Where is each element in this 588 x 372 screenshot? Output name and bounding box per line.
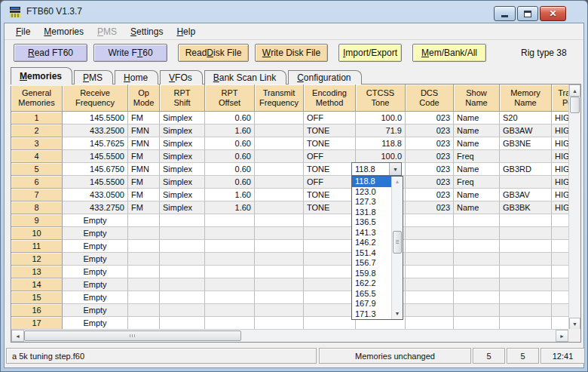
row-number[interactable]: 7 bbox=[11, 189, 63, 201]
grid-cell[interactable]: 100.0 bbox=[356, 112, 406, 125]
grid-cell[interactable] bbox=[205, 266, 255, 278]
grid-cell[interactable]: 1.60 bbox=[205, 201, 255, 214]
grid-cell[interactable]: GB3AW bbox=[500, 125, 552, 137]
grid-cell[interactable] bbox=[255, 150, 304, 163]
grid-cell[interactable]: HIGH bbox=[552, 163, 568, 176]
row-number[interactable]: 6 bbox=[11, 176, 63, 189]
dropdown-item[interactable]: 167.9 bbox=[352, 299, 391, 309]
mem-bank-all-button[interactable]: Mem/Bank/All bbox=[412, 44, 486, 62]
grid-cell[interactable] bbox=[160, 278, 205, 291]
grid-cell[interactable]: TONE bbox=[304, 125, 356, 137]
tab-pms[interactable]: PMS bbox=[74, 70, 113, 85]
dropdown-scrollbar[interactable]: ▲ ▼ bbox=[391, 177, 403, 319]
grid-cell[interactable] bbox=[500, 278, 552, 291]
read-disk-file-button[interactable]: Read Disk File bbox=[178, 44, 249, 62]
grid-cell[interactable] bbox=[552, 278, 568, 291]
grid-cell[interactable] bbox=[406, 253, 454, 266]
scroll-left-icon[interactable]: ◄ bbox=[11, 330, 24, 342]
grid-cell[interactable] bbox=[552, 214, 568, 227]
grid-cell[interactable] bbox=[160, 227, 205, 240]
grid-cell[interactable] bbox=[160, 214, 205, 227]
grid-cell[interactable]: 100.0 bbox=[356, 150, 406, 163]
dropdown-item[interactable]: 131.8 bbox=[352, 208, 391, 218]
tab-home[interactable]: Home bbox=[115, 70, 158, 85]
grid-cell[interactable]: Empty bbox=[63, 278, 128, 291]
grid-cell[interactable]: 023 bbox=[406, 137, 454, 150]
grid-cell[interactable]: HIGH bbox=[552, 189, 568, 201]
grid-cell[interactable] bbox=[304, 291, 356, 304]
grid-cell[interactable]: S20 bbox=[500, 112, 552, 125]
dropdown-item[interactable]: 146.2 bbox=[352, 238, 391, 248]
grid-cell[interactable] bbox=[552, 304, 568, 317]
grid-cell[interactable]: 145.5500 bbox=[63, 150, 128, 163]
dropdown-item[interactable]: 127.3 bbox=[352, 197, 391, 208]
grid-cell[interactable]: 023 bbox=[406, 112, 454, 125]
vertical-scrollbar-thumb[interactable] bbox=[570, 97, 580, 113]
grid-cell[interactable]: OFF bbox=[304, 150, 356, 163]
grid-cell[interactable]: Simplex bbox=[160, 163, 205, 176]
grid-cell[interactable] bbox=[406, 266, 454, 278]
grid-cell[interactable] bbox=[304, 317, 356, 330]
grid-cell[interactable]: Name bbox=[454, 137, 500, 150]
grid-cell[interactable]: 0.60 bbox=[205, 176, 255, 189]
menu-file[interactable]: File bbox=[9, 25, 37, 38]
grid-cell[interactable]: Name bbox=[454, 189, 500, 201]
grid-cell[interactable] bbox=[304, 278, 356, 291]
row-number[interactable]: 2 bbox=[11, 125, 63, 137]
grid-cell[interactable] bbox=[304, 266, 356, 278]
grid-cell[interactable]: HIGH bbox=[552, 176, 568, 189]
row-number[interactable]: 9 bbox=[11, 214, 63, 227]
grid-cell[interactable]: 433.2500 bbox=[63, 125, 128, 137]
dropdown-item[interactable]: 123.0 bbox=[352, 187, 391, 198]
grid-cell[interactable]: Simplex bbox=[160, 201, 205, 214]
grid-cell[interactable]: HIGH bbox=[552, 137, 568, 150]
grid-cell[interactable]: GB3AV bbox=[500, 189, 552, 201]
grid-cell[interactable] bbox=[255, 189, 304, 201]
grid-cell[interactable]: 145.5500 bbox=[63, 176, 128, 189]
dropdown-item[interactable]: 171.3 bbox=[352, 309, 391, 320]
menu-memories[interactable]: Memories bbox=[37, 25, 90, 38]
grid-cell[interactable] bbox=[160, 317, 205, 330]
menu-help[interactable]: Help bbox=[170, 25, 202, 38]
row-number[interactable]: 17 bbox=[11, 317, 63, 330]
dropdown-item[interactable]: 159.8 bbox=[352, 269, 391, 279]
dropdown-item[interactable]: 136.5 bbox=[352, 217, 391, 228]
grid-cell[interactable]: Name bbox=[454, 163, 500, 176]
grid-cell[interactable]: FM bbox=[128, 176, 160, 189]
grid-cell[interactable]: Freq bbox=[454, 176, 500, 189]
grid-cell[interactable]: GB3RD bbox=[500, 163, 552, 176]
grid-cell[interactable]: 1.60 bbox=[205, 189, 255, 201]
grid-cell[interactable] bbox=[406, 240, 454, 253]
import-export-button[interactable]: Import/Export bbox=[338, 44, 402, 62]
grid-cell[interactable] bbox=[552, 317, 568, 330]
grid-cell[interactable] bbox=[160, 304, 205, 317]
grid-cell[interactable] bbox=[128, 304, 160, 317]
grid-cell[interactable] bbox=[255, 227, 304, 240]
grid-cell[interactable]: 145.5500 bbox=[63, 112, 128, 125]
grid-cell[interactable]: FMN bbox=[128, 137, 160, 150]
title-bar[interactable]: FTB60 V1.3.7 ✕ bbox=[1, 1, 587, 23]
grid-cell[interactable] bbox=[255, 317, 304, 330]
grid-cell[interactable] bbox=[255, 112, 304, 125]
grid-cell[interactable]: 023 bbox=[406, 125, 454, 137]
grid-cell[interactable] bbox=[500, 150, 552, 163]
grid-cell[interactable] bbox=[255, 214, 304, 227]
grid-cell[interactable] bbox=[500, 227, 552, 240]
grid-cell[interactable] bbox=[205, 240, 255, 253]
scroll-up-icon[interactable]: ▲ bbox=[392, 177, 403, 187]
grid-cell[interactable] bbox=[552, 227, 568, 240]
row-number[interactable]: 3 bbox=[11, 137, 63, 150]
grid-cell[interactable]: Simplex bbox=[160, 137, 205, 150]
scroll-up-icon[interactable]: ▲ bbox=[569, 85, 580, 97]
grid-cell[interactable] bbox=[255, 304, 304, 317]
grid-cell[interactable] bbox=[500, 240, 552, 253]
grid-cell[interactable] bbox=[454, 317, 500, 330]
grid-cell[interactable]: TONE bbox=[304, 137, 356, 150]
dropdown-item[interactable]: 165.5 bbox=[352, 289, 391, 300]
horizontal-scrollbar-thumb[interactable] bbox=[24, 330, 241, 341]
grid-cell[interactable] bbox=[500, 214, 552, 227]
grid-cell[interactable]: 023 bbox=[406, 176, 454, 189]
grid-cell[interactable] bbox=[406, 278, 454, 291]
write-disk-file-button[interactable]: Write Disk File bbox=[255, 44, 328, 62]
grid-cell[interactable] bbox=[406, 304, 454, 317]
